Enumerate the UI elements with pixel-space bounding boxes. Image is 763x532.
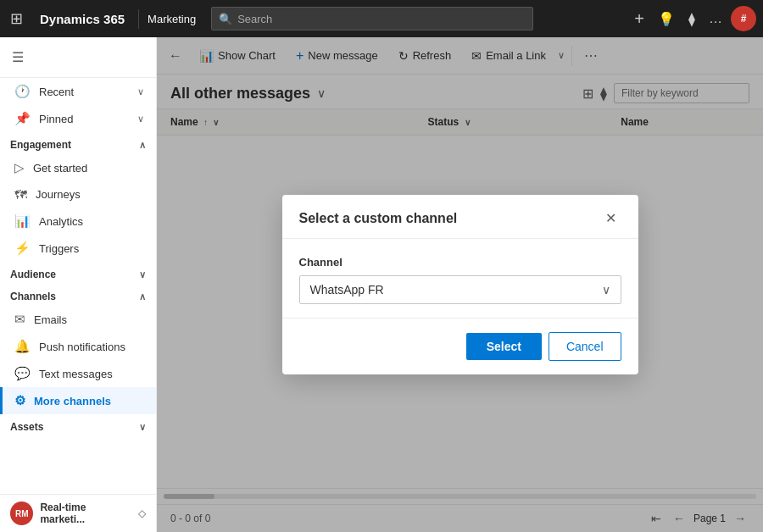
footer-avatar: RM xyxy=(10,502,33,525)
sidebar-item-label: Emails xyxy=(34,313,67,326)
sidebar: ☰ 🕐 Recent ∨ 📌 Pinned ∨ Engagement ∧ ▷ G… xyxy=(0,37,157,532)
sidebar-item-label: More channels xyxy=(34,395,111,407)
apps-grid-icon[interactable]: ⊞ xyxy=(7,6,26,31)
top-navigation: ⊞ Dynamics 365 Marketing 🔍 + 💡 ⧫ … # xyxy=(0,0,763,37)
modal-title: Select a custom channel xyxy=(299,211,458,226)
triggers-icon: ⚡ xyxy=(14,241,31,256)
sidebar-item-label: Triggers xyxy=(39,242,79,255)
sidebar-top: ☰ xyxy=(0,37,156,78)
recent-icon: 🕐 xyxy=(14,84,31,99)
footer-title: Real-time marketi... xyxy=(40,502,131,525)
cancel-button[interactable]: Cancel xyxy=(549,332,621,361)
journeys-icon: 🗺 xyxy=(14,187,27,202)
channels-label: Channels xyxy=(10,291,56,302)
engagement-label: Engagement xyxy=(10,139,71,151)
audience-label: Audience xyxy=(10,269,56,280)
assets-label: Assets xyxy=(10,421,43,433)
app-title: Dynamics 365 xyxy=(33,12,131,26)
assets-chevron: ∨ xyxy=(139,422,146,433)
sidebar-item-pinned[interactable]: 📌 Pinned ∨ xyxy=(0,105,156,132)
sidebar-item-get-started[interactable]: ▷ Get started xyxy=(0,154,156,181)
footer-icon[interactable]: ◇ xyxy=(138,507,146,519)
sidebar-item-more-channels[interactable]: ⚙ More channels xyxy=(0,387,156,414)
channel-label: Channel xyxy=(299,256,621,269)
select-button[interactable]: Select xyxy=(466,333,542,360)
assets-section-header[interactable]: Assets ∨ xyxy=(0,414,156,436)
select-custom-channel-modal: Select a custom channel ✕ Channel WhatsA… xyxy=(282,195,638,374)
sidebar-item-label: Analytics xyxy=(39,215,83,228)
analytics-icon: 📊 xyxy=(14,213,31,229)
app-name: Marketing xyxy=(138,9,204,29)
channel-value: WhatsApp FR xyxy=(310,283,384,296)
modal-footer: Select Cancel xyxy=(282,318,638,374)
filter-icon[interactable]: ⧫ xyxy=(683,6,700,32)
channels-section-header[interactable]: Channels ∧ xyxy=(0,284,156,306)
sidebar-item-label: Journeys xyxy=(36,188,81,201)
emails-icon: ✉ xyxy=(14,312,25,327)
sidebar-item-text-messages[interactable]: 💬 Text messages xyxy=(0,360,156,387)
sidebar-footer: RM Real-time marketi... ◇ xyxy=(0,494,156,532)
sidebar-item-push-notifications[interactable]: 🔔 Push notifications xyxy=(0,333,156,360)
more-options-icon[interactable]: … xyxy=(704,6,727,31)
modal-body: Channel WhatsApp FR ∨ xyxy=(282,239,638,318)
modal-header: Select a custom channel ✕ xyxy=(282,195,638,239)
pinned-icon: 📌 xyxy=(14,111,31,126)
sidebar-item-label: Text messages xyxy=(39,368,113,380)
sidebar-item-label: Recent xyxy=(39,86,74,98)
sidebar-item-analytics[interactable]: 📊 Analytics xyxy=(0,208,156,235)
sidebar-item-journeys[interactable]: 🗺 Journeys xyxy=(0,181,156,208)
nav-icons: + 💡 ⧫ … # xyxy=(629,4,756,34)
modal-overlay: Select a custom channel ✕ Channel WhatsA… xyxy=(157,37,763,532)
hamburger-icon[interactable]: ☰ xyxy=(7,44,149,70)
get-started-icon: ▷ xyxy=(14,160,25,175)
sidebar-item-triggers[interactable]: ⚡ Triggers xyxy=(0,235,156,262)
search-input[interactable] xyxy=(237,13,526,25)
audience-section-header[interactable]: Audience ∨ xyxy=(0,262,156,284)
add-icon[interactable]: + xyxy=(629,4,649,34)
sidebar-item-label: Get started xyxy=(33,162,87,175)
channels-chevron: ∧ xyxy=(139,291,146,302)
search-box[interactable]: 🔍 xyxy=(211,7,533,30)
engagement-section-header[interactable]: Engagement ∧ xyxy=(0,132,156,154)
avatar[interactable]: # xyxy=(731,6,756,31)
sidebar-item-label: Push notifications xyxy=(39,341,125,353)
sidebar-item-recent[interactable]: 🕐 Recent ∨ xyxy=(0,78,156,105)
audience-chevron: ∨ xyxy=(139,269,146,280)
lightbulb-icon[interactable]: 💡 xyxy=(653,6,680,32)
sidebar-item-emails[interactable]: ✉ Emails xyxy=(0,306,156,333)
more-channels-icon: ⚙ xyxy=(14,393,25,408)
pinned-chevron: ∨ xyxy=(137,114,144,125)
channel-dropdown[interactable]: WhatsApp FR ∨ xyxy=(299,275,621,304)
modal-close-button[interactable]: ✕ xyxy=(600,208,621,228)
push-notifications-icon: 🔔 xyxy=(14,339,31,354)
channel-dropdown-arrow: ∨ xyxy=(602,283,610,296)
text-messages-icon: 💬 xyxy=(14,366,31,381)
sidebar-item-label: Pinned xyxy=(39,113,73,125)
engagement-chevron: ∧ xyxy=(139,140,146,151)
recent-chevron: ∨ xyxy=(137,86,144,97)
search-icon: 🔍 xyxy=(219,13,232,25)
